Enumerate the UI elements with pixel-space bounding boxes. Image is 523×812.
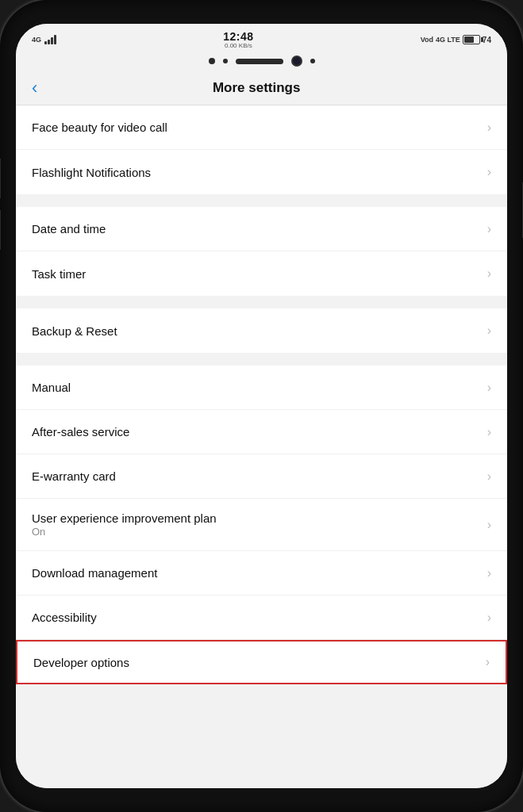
menu-item-user-experience[interactable]: User experience improvement plan On › bbox=[16, 499, 507, 551]
menu-item-accessibility[interactable]: Accessibility › bbox=[16, 596, 507, 640]
chevron-icon: › bbox=[487, 566, 491, 580]
menu-item-manual[interactable]: Manual › bbox=[16, 366, 507, 410]
status-bar: 4G 12:48 0.00 KB/s Vod 4G LTE 74 bbox=[16, 24, 507, 52]
section-group-1: Face beauty for video call › Flashlight … bbox=[16, 105, 507, 194]
chevron-icon: › bbox=[487, 611, 491, 625]
menu-item-label: Face beauty for video call bbox=[32, 121, 481, 134]
sensor-dot-2 bbox=[310, 59, 315, 63]
menu-item-ewarranty[interactable]: E-warranty card › bbox=[16, 454, 507, 499]
menu-item-sublabel: On bbox=[32, 526, 481, 538]
battery-icon bbox=[463, 35, 480, 44]
phone-frame: 4G 12:48 0.00 KB/s Vod 4G LTE 74 bbox=[0, 0, 523, 812]
chevron-icon: › bbox=[487, 425, 491, 439]
lte-label: 4G LTE bbox=[436, 36, 460, 44]
section-group-4: Manual › After-sales service › E-warrant… bbox=[16, 366, 507, 684]
menu-item-label: Task timer bbox=[32, 267, 481, 281]
bottom-spacer bbox=[16, 691, 507, 707]
menu-item-content: Task timer bbox=[32, 267, 481, 281]
battery-fill bbox=[464, 36, 475, 43]
settings-content: Face beauty for video call › Flashlight … bbox=[16, 105, 507, 788]
signal-bars bbox=[44, 35, 56, 44]
chevron-icon: › bbox=[486, 655, 490, 669]
menu-item-face-beauty[interactable]: Face beauty for video call › bbox=[16, 105, 507, 150]
menu-item-date-time[interactable]: Date and time › bbox=[16, 207, 507, 251]
menu-item-content: Face beauty for video call bbox=[32, 121, 481, 134]
menu-item-content: Developer options bbox=[33, 656, 479, 669]
chevron-icon: › bbox=[487, 121, 491, 135]
menu-item-label: Flashlight Notifications bbox=[32, 166, 481, 179]
vod-label: Vod bbox=[421, 36, 433, 44]
menu-item-after-sales[interactable]: After-sales service › bbox=[16, 410, 507, 454]
battery-percent: 74 bbox=[483, 36, 491, 44]
chevron-icon: › bbox=[487, 165, 491, 179]
section-gap-3 bbox=[16, 359, 507, 366]
menu-item-content: Backup & Reset bbox=[32, 324, 481, 338]
sensor-dot bbox=[223, 59, 228, 63]
menu-item-download-management[interactable]: Download management › bbox=[16, 551, 507, 596]
network-badge: 4G bbox=[32, 36, 41, 44]
menu-item-content: User experience improvement plan On bbox=[32, 511, 481, 538]
page-header: ‹ More settings bbox=[16, 71, 507, 105]
data-speed: 0.00 KB/s bbox=[225, 43, 252, 49]
chevron-icon: › bbox=[487, 518, 491, 532]
menu-item-label: Date and time bbox=[32, 222, 481, 236]
menu-item-content: Manual bbox=[32, 381, 481, 394]
chevron-icon: › bbox=[487, 324, 491, 338]
menu-item-label: Manual bbox=[32, 381, 481, 394]
menu-item-content: Date and time bbox=[32, 222, 481, 236]
section-group-2: Date and time › Task timer › bbox=[16, 207, 507, 296]
menu-item-content: After-sales service bbox=[32, 425, 481, 439]
front-camera-dot bbox=[209, 58, 215, 64]
menu-item-label: E-warranty card bbox=[32, 469, 481, 483]
speaker-grille bbox=[236, 59, 283, 64]
chevron-icon: › bbox=[487, 266, 491, 281]
section-group-3: Backup & Reset › bbox=[16, 308, 507, 353]
menu-item-content: Accessibility bbox=[32, 611, 481, 624]
menu-item-backup-reset[interactable]: Backup & Reset › bbox=[16, 308, 507, 353]
menu-item-label: User experience improvement plan bbox=[32, 511, 481, 525]
menu-item-label: After-sales service bbox=[32, 425, 481, 439]
chevron-icon: › bbox=[487, 469, 491, 484]
back-button[interactable]: ‹ bbox=[32, 79, 37, 97]
menu-item-content: E-warranty card bbox=[32, 469, 481, 483]
menu-item-label: Developer options bbox=[33, 656, 479, 669]
volume-up-button[interactable] bbox=[0, 159, 1, 198]
menu-item-content: Flashlight Notifications bbox=[32, 166, 481, 179]
top-camera-area bbox=[16, 52, 507, 71]
menu-item-label: Backup & Reset bbox=[32, 324, 481, 338]
status-left: 4G bbox=[32, 35, 56, 44]
page-title: More settings bbox=[45, 80, 467, 96]
status-right: Vod 4G LTE 74 bbox=[421, 35, 491, 44]
volume-down-button[interactable] bbox=[0, 210, 1, 250]
time-block: 12:48 0.00 KB/s bbox=[223, 30, 253, 49]
menu-item-flashlight[interactable]: Flashlight Notifications › bbox=[16, 150, 507, 194]
camera-sensor bbox=[291, 56, 302, 67]
menu-item-task-timer[interactable]: Task timer › bbox=[16, 251, 507, 296]
menu-item-content: Download management bbox=[32, 566, 481, 580]
section-gap-1 bbox=[16, 201, 507, 207]
chevron-icon: › bbox=[487, 222, 491, 236]
section-gap-2 bbox=[16, 302, 507, 308]
menu-item-developer-options[interactable]: Developer options › bbox=[16, 640, 507, 684]
menu-item-label: Download management bbox=[32, 566, 481, 580]
chevron-icon: › bbox=[487, 381, 491, 395]
phone-screen: 4G 12:48 0.00 KB/s Vod 4G LTE 74 bbox=[16, 24, 507, 788]
clock: 12:48 bbox=[223, 30, 253, 43]
menu-item-label: Accessibility bbox=[32, 611, 481, 624]
